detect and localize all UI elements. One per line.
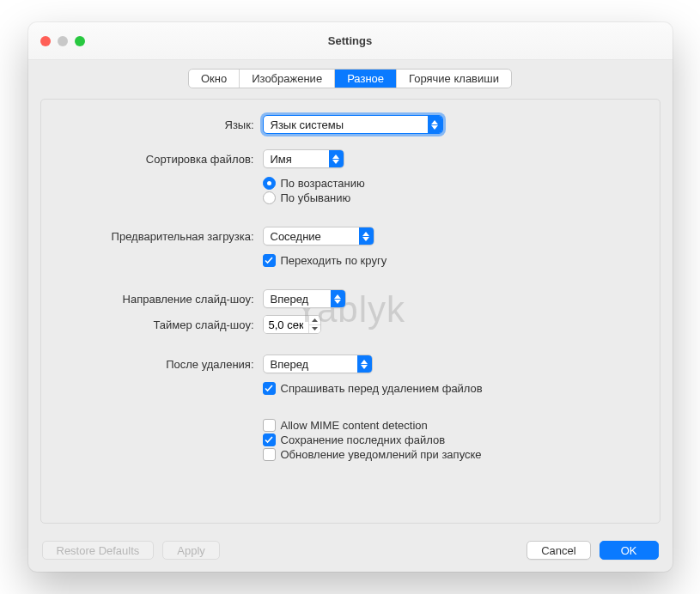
settings-window: Settings Окно Изображение Разное Горячие… — [28, 22, 673, 572]
checkbox-icon — [263, 382, 276, 395]
updown-icon — [428, 116, 442, 133]
slideshow-timer-stepper[interactable] — [263, 315, 321, 334]
tab-group: Окно Изображение Разное Горячие клавиши — [188, 69, 512, 88]
update-notify-checkbox[interactable]: Обновление уведомлений при запуске — [263, 448, 644, 461]
stepper-down[interactable] — [309, 325, 320, 334]
preload-label: Предварительная загрузка: — [57, 230, 254, 243]
slideshow-timer-input[interactable] — [264, 316, 308, 333]
radio-icon — [263, 191, 276, 204]
after-delete-label: После удаления: — [57, 358, 254, 371]
language-value: Язык системы — [271, 118, 344, 131]
titlebar: Settings — [28, 22, 673, 60]
stepper-up[interactable] — [309, 316, 320, 325]
restore-defaults-button[interactable]: Restore Defaults — [42, 541, 155, 560]
loop-checkbox[interactable]: Переходить по кругу — [263, 254, 644, 267]
allow-mime-checkbox[interactable]: Allow MIME content detection — [263, 419, 644, 432]
sort-descending-label: По убыванию — [281, 191, 351, 204]
maximize-icon[interactable] — [75, 36, 85, 46]
sort-label: Сортировка файлов: — [57, 153, 254, 166]
footer: Restore Defaults Apply Cancel OK — [28, 532, 673, 572]
checkbox-icon — [263, 254, 276, 267]
sort-ascending-radio[interactable]: По возрастанию — [263, 177, 644, 190]
loop-label: Переходить по кругу — [281, 254, 387, 267]
allow-mime-label: Allow MIME content detection — [281, 419, 428, 432]
form: Язык: Язык системы Сортировка файлов: — [57, 115, 644, 463]
slideshow-dir-select[interactable]: Вперед — [263, 289, 346, 308]
after-delete-select[interactable]: Вперед — [263, 355, 373, 373]
updown-icon — [331, 290, 345, 307]
save-recent-label: Сохранение последних файлов — [281, 433, 446, 446]
content: Окно Изображение Разное Горячие клавиши … — [28, 60, 673, 532]
ask-delete-checkbox[interactable]: Спрашивать перед удалением файлов — [263, 382, 644, 395]
preload-select[interactable]: Соседние — [263, 227, 374, 245]
close-icon[interactable] — [40, 36, 51, 46]
settings-panel: Yablyk Язык: Язык системы Сортировка ф — [40, 99, 660, 524]
updown-icon — [357, 355, 372, 373]
sort-ascending-label: По возрастанию — [281, 177, 365, 190]
cancel-button[interactable]: Cancel — [527, 541, 590, 560]
tabs: Окно Изображение Разное Горячие клавиши — [40, 69, 660, 88]
sort-order-radios: По возрастанию По убыванию — [263, 177, 644, 206]
window-title: Settings — [28, 34, 673, 47]
slideshow-timer-label: Таймер слайд-шоу: — [57, 318, 254, 331]
stepper-buttons — [308, 316, 320, 333]
update-notify-label: Обновление уведомлений при запуске — [281, 448, 482, 461]
tab-window[interactable]: Окно — [189, 70, 240, 88]
updown-icon — [359, 227, 374, 245]
misc-checkboxes: Allow MIME content detection Сохранение … — [263, 419, 644, 463]
language-select[interactable]: Язык системы — [263, 115, 443, 134]
apply-button[interactable]: Apply — [162, 541, 220, 560]
checkbox-icon — [263, 433, 276, 446]
checkbox-icon — [263, 448, 276, 461]
ask-delete-label: Спрашивать перед удалением файлов — [281, 382, 483, 395]
save-recent-checkbox[interactable]: Сохранение последних файлов — [263, 433, 644, 446]
tab-misc[interactable]: Разное — [335, 70, 397, 88]
language-label: Язык: — [57, 118, 254, 131]
ok-button[interactable]: OK — [600, 541, 659, 560]
sort-select[interactable]: Имя — [263, 149, 344, 168]
sort-descending-radio[interactable]: По убыванию — [263, 191, 644, 204]
after-delete-value: Вперед — [271, 358, 309, 371]
minimize-icon[interactable] — [58, 36, 68, 46]
preload-value: Соседние — [271, 230, 321, 243]
sort-value: Имя — [271, 153, 292, 166]
traffic-lights — [40, 36, 85, 46]
slideshow-dir-label: Направление слайд-шоу: — [57, 293, 254, 306]
checkbox-icon — [263, 419, 276, 432]
tab-image[interactable]: Изображение — [240, 70, 335, 88]
updown-icon — [329, 150, 344, 167]
radio-icon — [263, 177, 276, 190]
tab-hotkeys[interactable]: Горячие клавиши — [397, 70, 511, 88]
slideshow-dir-value: Вперед — [271, 293, 309, 306]
